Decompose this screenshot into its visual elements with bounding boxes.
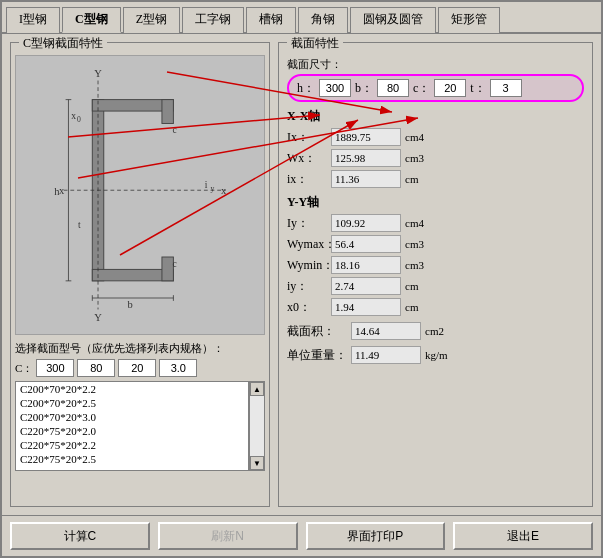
left-group-box: C型钢截面特性 bbox=[10, 42, 270, 507]
selector-prefix: C： bbox=[15, 361, 33, 376]
svg-text:y: y bbox=[211, 184, 215, 193]
section-area-unit: cm2 bbox=[425, 325, 455, 337]
ix-row: Ix： 1889.75 cm4 bbox=[287, 128, 584, 146]
c-label: c： bbox=[413, 80, 430, 97]
list-item[interactable]: C220*75*20*2.0 bbox=[16, 424, 248, 438]
ixr-label: ix： bbox=[287, 171, 327, 188]
yy-axis-section: Y-Y轴 Iy： 109.92 cm4 Wymax： 56.4 cm3 Wymi… bbox=[287, 194, 584, 316]
section-area-row: 截面积： 14.64 cm2 bbox=[287, 322, 584, 340]
list-item[interactable]: C220*75*20*2.5 bbox=[16, 452, 248, 466]
wymin-label: Wymin： bbox=[287, 257, 327, 274]
ix-label: Ix： bbox=[287, 129, 327, 146]
main-window: I型钢 C型钢 Z型钢 工字钢 槽钢 角钢 圆钢及圆管 矩形管 C型钢截面特性 bbox=[0, 0, 603, 558]
left-group-title: C型钢截面特性 bbox=[19, 35, 107, 52]
svg-text:i: i bbox=[205, 180, 208, 190]
t-label: t： bbox=[470, 80, 485, 97]
iy-value: 109.92 bbox=[331, 214, 401, 232]
svg-text:Y: Y bbox=[94, 312, 102, 323]
wx-value: 125.98 bbox=[331, 149, 401, 167]
iyr-row: iy： 2.74 cm bbox=[287, 277, 584, 295]
list-scrollbar[interactable]: ▲ ▼ bbox=[249, 381, 265, 471]
tab-channel[interactable]: 槽钢 bbox=[246, 7, 296, 33]
dim-b-input[interactable] bbox=[77, 359, 115, 377]
svg-rect-2 bbox=[92, 100, 173, 111]
scroll-down-arrow[interactable]: ▼ bbox=[250, 456, 264, 470]
svg-text:c: c bbox=[172, 259, 176, 269]
svg-rect-3 bbox=[92, 269, 173, 280]
left-panel: C型钢截面特性 bbox=[10, 42, 270, 507]
iy-row: Iy： 109.92 cm4 bbox=[287, 214, 584, 232]
svg-text:0: 0 bbox=[77, 115, 81, 124]
tab-round-tube[interactable]: 圆钢及圆管 bbox=[350, 7, 436, 33]
wymin-row: Wymin： 18.16 cm3 bbox=[287, 256, 584, 274]
list-item[interactable]: C200*70*20*2.2 bbox=[16, 382, 248, 396]
svg-rect-4 bbox=[162, 100, 173, 124]
right-group-title: 截面特性 bbox=[287, 35, 343, 52]
right-panel: 截面特性 截面尺寸： h： b： c： t： bbox=[278, 42, 593, 507]
svg-text:x: x bbox=[71, 111, 76, 121]
svg-text:b: b bbox=[128, 299, 133, 310]
h-value-input[interactable] bbox=[319, 79, 351, 97]
exit-button[interactable]: 退出E bbox=[453, 522, 593, 550]
unit-weight-label: 单位重量： bbox=[287, 347, 347, 364]
b-value-input[interactable] bbox=[377, 79, 409, 97]
wymin-unit: cm3 bbox=[405, 259, 435, 271]
iyr-label: iy： bbox=[287, 278, 327, 295]
ix-value: 1889.75 bbox=[331, 128, 401, 146]
tab-c-steel[interactable]: C型钢 bbox=[62, 7, 121, 33]
iyr-unit: cm bbox=[405, 280, 435, 292]
ix-unit: cm4 bbox=[405, 131, 435, 143]
tab-rect-tube[interactable]: 矩形管 bbox=[438, 7, 500, 33]
dims-label: 截面尺寸： bbox=[287, 57, 584, 72]
tab-i-beam[interactable]: 工字钢 bbox=[182, 7, 244, 33]
wx-label: Wx： bbox=[287, 150, 327, 167]
dim-c-input[interactable] bbox=[118, 359, 156, 377]
svg-text:h: h bbox=[54, 186, 60, 197]
tab-i-steel[interactable]: I型钢 bbox=[6, 7, 60, 33]
dim-t-input[interactable] bbox=[159, 359, 197, 377]
tab-bar: I型钢 C型钢 Z型钢 工字钢 槽钢 角钢 圆钢及圆管 矩形管 bbox=[2, 2, 601, 34]
calc-button[interactable]: 计算C bbox=[10, 522, 150, 550]
section-dims: 截面尺寸： h： b： c： t： bbox=[287, 57, 584, 102]
scroll-up-arrow[interactable]: ▲ bbox=[250, 382, 264, 396]
t-value-input[interactable] bbox=[490, 79, 522, 97]
tab-z-steel[interactable]: Z型钢 bbox=[123, 7, 180, 33]
refresh-button[interactable]: 刷新N bbox=[158, 522, 298, 550]
wymax-unit: cm3 bbox=[405, 238, 435, 250]
button-bar: 计算C 刷新N 界面打印P 退出E bbox=[2, 515, 601, 556]
selector-label: 选择截面型号（应优先选择列表内规格）： bbox=[15, 341, 265, 356]
section-area-label: 截面积： bbox=[287, 323, 347, 340]
scroll-track bbox=[250, 396, 264, 456]
x0-label: x0： bbox=[287, 299, 327, 316]
main-content: C型钢截面特性 bbox=[2, 34, 601, 515]
iyr-value: 2.74 bbox=[331, 277, 401, 295]
xx-axis-title: X-X轴 bbox=[287, 108, 584, 125]
h-label: h： bbox=[297, 80, 315, 97]
section-selector: 选择截面型号（应优先选择列表内规格）： C： C200*70*20*2.2C20… bbox=[15, 341, 265, 471]
yy-axis-title: Y-Y轴 bbox=[287, 194, 584, 211]
list-item[interactable]: C220*75*20*2.2 bbox=[16, 438, 248, 452]
wymax-row: Wymax： 56.4 cm3 bbox=[287, 235, 584, 253]
list-item[interactable]: C200*70*20*2.5 bbox=[16, 396, 248, 410]
xx-axis-section: X-X轴 Ix： 1889.75 cm4 Wx： 125.98 cm3 ix： … bbox=[287, 108, 584, 188]
iy-unit: cm4 bbox=[405, 217, 435, 229]
svg-text:Y: Y bbox=[94, 68, 102, 79]
ixr-unit: cm bbox=[405, 173, 435, 185]
section-list[interactable]: C200*70*20*2.2C200*70*20*2.5C200*70*20*3… bbox=[15, 381, 249, 471]
c-value-input[interactable] bbox=[434, 79, 466, 97]
list-item[interactable]: C200*70*20*3.0 bbox=[16, 410, 248, 424]
wx-unit: cm3 bbox=[405, 152, 435, 164]
wx-row: Wx： 125.98 cm3 bbox=[287, 149, 584, 167]
dim-h-input[interactable] bbox=[36, 359, 74, 377]
wymax-value: 56.4 bbox=[331, 235, 401, 253]
ixr-row: ix： 11.36 cm bbox=[287, 170, 584, 188]
diagram-area: Y Y x x x 0 h bbox=[15, 55, 265, 335]
print-button[interactable]: 界面打印P bbox=[306, 522, 446, 550]
dims-row: h： b： c： t： bbox=[287, 74, 584, 102]
tab-angle[interactable]: 角钢 bbox=[298, 7, 348, 33]
unit-weight-row: 单位重量： 11.49 kg/m bbox=[287, 346, 584, 364]
right-group-box: 截面特性 截面尺寸： h： b： c： t： bbox=[278, 42, 593, 507]
svg-text:t: t bbox=[78, 220, 81, 230]
list-container: C200*70*20*2.2C200*70*20*2.5C200*70*20*3… bbox=[15, 381, 265, 471]
section-area-value: 14.64 bbox=[351, 322, 421, 340]
